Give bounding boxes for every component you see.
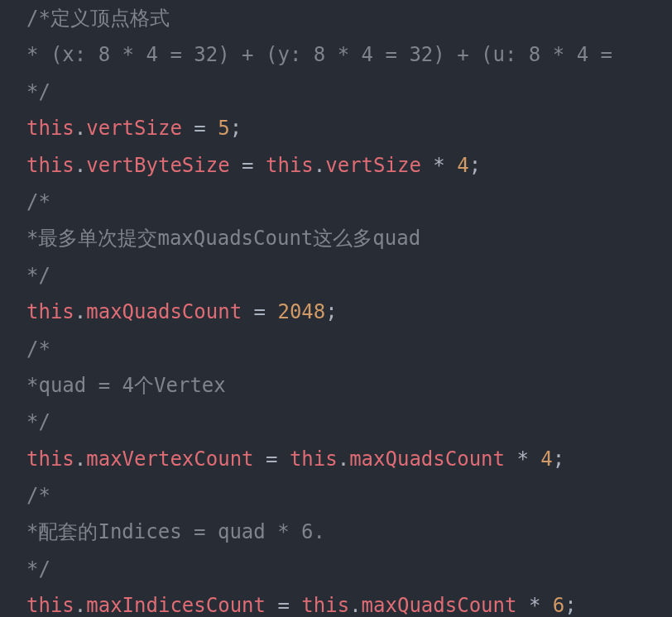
property: vertByteSize (86, 154, 229, 177)
code-line: */ (26, 404, 646, 440)
comment: /* (26, 484, 50, 507)
comment: *quad = 4个Vertex (26, 374, 226, 397)
operator: = (254, 447, 290, 471)
comment: * (x: 8 * 4 = 32) + (y: 8 * 4 = 32) + (u… (26, 43, 612, 66)
dot: . (314, 154, 325, 177)
code-line: *最多单次提交maxQuadsCount这么多quad (26, 220, 646, 256)
code-line: */ (26, 257, 646, 294)
comment: *最多单次提交maxQuadsCount这么多quad (26, 227, 420, 250)
semicolon: ; (230, 117, 242, 140)
semicolon: ; (564, 594, 576, 617)
keyword-this: this (301, 594, 349, 617)
code-line: /* (26, 477, 646, 514)
dot: . (74, 594, 86, 617)
code-line: this.vertSize = 5; (26, 110, 646, 146)
number: 5 (218, 117, 229, 140)
comment: /* (26, 190, 50, 213)
dot: . (74, 447, 86, 471)
operator: * (421, 154, 457, 177)
comment: */ (26, 557, 50, 581)
keyword-this: this (266, 154, 314, 177)
code-line: *配套的Indices = quad * 6. (26, 514, 646, 550)
property: vertSize (325, 154, 421, 177)
code-line: * (x: 8 * 4 = 32) + (y: 8 * 4 = 32) + (u… (26, 36, 646, 73)
operator: = (266, 594, 301, 617)
property: maxIndicesCount (86, 594, 266, 617)
keyword-this: this (26, 117, 74, 140)
keyword-this: this (26, 447, 74, 471)
operator: = (230, 154, 266, 177)
dot: . (74, 300, 86, 323)
dot: . (74, 154, 86, 177)
semicolon: ; (469, 154, 481, 177)
keyword-this: this (26, 594, 74, 617)
code-editor[interactable]: /*定义顶点格式 * (x: 8 * 4 = 32) + (y: 8 * 4 =… (26, 0, 646, 617)
property: maxQuadsCount (362, 594, 517, 617)
keyword-this: this (290, 447, 338, 471)
comment: /*定义顶点格式 (26, 7, 170, 30)
number: 2048 (277, 300, 325, 323)
property: maxVertexCount (86, 447, 253, 471)
operator: = (242, 300, 277, 323)
code-line: */ (26, 74, 646, 110)
code-line: *quad = 4个Vertex (26, 367, 646, 404)
operator: * (516, 594, 552, 617)
comment: */ (26, 410, 50, 433)
dot: . (74, 117, 86, 140)
semicolon: ; (325, 300, 337, 323)
comment: */ (26, 80, 50, 103)
dot: . (338, 447, 349, 471)
keyword-this: this (26, 154, 74, 177)
number: 6 (553, 594, 564, 617)
dot: . (349, 594, 361, 617)
comment: *配套的Indices = quad * 6. (26, 520, 325, 543)
code-line: this.vertByteSize = this.vertSize * 4; (26, 147, 646, 184)
number: 4 (457, 154, 468, 177)
property: maxQuadsCount (86, 300, 242, 323)
operator: * (505, 447, 540, 471)
number: 4 (540, 447, 552, 471)
keyword-this: this (26, 300, 74, 323)
code-line: this.maxQuadsCount = 2048; (26, 294, 646, 330)
operator: = (182, 117, 218, 140)
property: vertSize (86, 117, 182, 140)
semicolon: ; (553, 447, 564, 471)
comment: /* (26, 337, 50, 361)
code-line: this.maxIndicesCount = this.maxQuadsCoun… (26, 587, 646, 617)
comment: */ (26, 264, 50, 287)
code-line: /*定义顶点格式 (26, 0, 646, 36)
code-line: /* (26, 331, 646, 367)
code-line: /* (26, 184, 646, 220)
code-line: this.maxVertexCount = this.maxQuadsCount… (26, 441, 646, 477)
code-line: */ (26, 551, 646, 587)
property: maxQuadsCount (349, 447, 505, 471)
